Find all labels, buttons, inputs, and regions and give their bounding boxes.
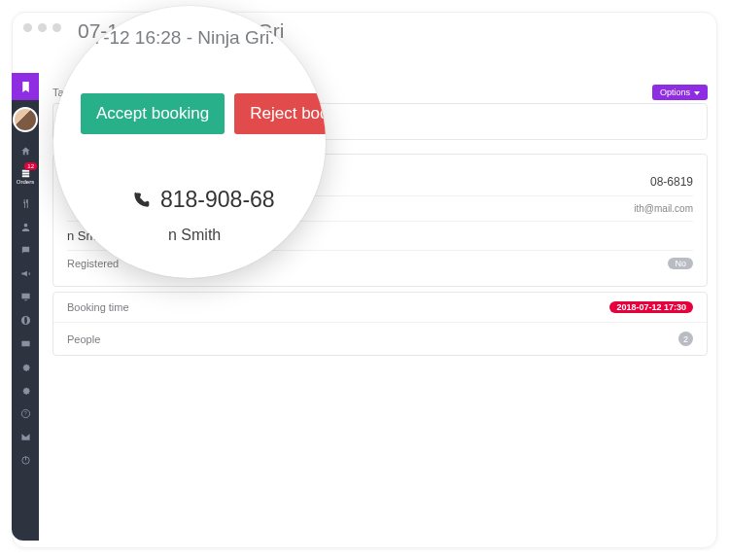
avatar[interactable]: [13, 107, 38, 132]
brand-logo[interactable]: [12, 73, 39, 100]
magnifier-lens: 07-12 16:28 - Ninja Gri. Accept booking …: [53, 6, 326, 278]
gear-icon: [20, 362, 31, 372]
sidebar-item-announce[interactable]: [12, 262, 39, 285]
window-traffic-lights: [23, 23, 61, 32]
sidebar: 12 Orders ?: [12, 73, 39, 541]
orders-label: Orders: [17, 179, 34, 186]
help-icon: ?: [20, 408, 31, 419]
megaphone-icon: [20, 268, 31, 279]
booking-time-badge: 2018-07-12 17:30: [609, 301, 693, 313]
phone-icon: [131, 191, 151, 210]
accept-booking-button[interactable]: Accept booking: [81, 93, 225, 134]
sidebar-item-display[interactable]: [12, 285, 39, 308]
cutlery-icon: [20, 198, 31, 209]
sidebar-item-power[interactable]: [12, 448, 39, 472]
booking-time-label: Booking time: [67, 301, 129, 313]
sidebar-item-settings2[interactable]: [12, 378, 39, 402]
lens-phone: 818-908-68: [131, 187, 304, 213]
bookmark-icon: [19, 81, 32, 93]
mail-icon: [20, 432, 31, 442]
sidebar-item-orders[interactable]: 12 Orders: [12, 162, 39, 192]
svg-text:?: ?: [24, 410, 27, 416]
users-icon: [20, 222, 31, 232]
sidebar-item-chat[interactable]: [12, 238, 39, 262]
booking-panel: Booking time 2018-07-12 17:30 People 2: [52, 292, 708, 356]
lens-phone-value: 818-908-68: [160, 187, 275, 213]
gear-icon: [20, 385, 31, 396]
orders-badge: 12: [24, 162, 37, 170]
people-badge: 2: [678, 332, 693, 346]
sidebar-item-mail[interactable]: [12, 425, 39, 448]
sidebar-item-settings[interactable]: [12, 355, 39, 378]
options-button[interactable]: Options: [652, 85, 708, 100]
registered-label: Registered: [67, 258, 119, 269]
registered-badge: No: [668, 258, 693, 269]
sidebar-item-restaurant[interactable]: [12, 192, 39, 215]
chat-icon: [20, 245, 31, 256]
phone-value: 08-6819: [650, 175, 693, 189]
sidebar-item-home[interactable]: [12, 139, 39, 162]
home-icon: [20, 146, 31, 157]
monitor-icon: [20, 292, 31, 302]
payment-icon: [20, 338, 31, 349]
power-icon: [20, 455, 31, 466]
email-value: ith@mail.com: [634, 203, 693, 214]
reject-booking-button[interactable]: Reject booking: [234, 93, 326, 134]
sidebar-item-help[interactable]: ?: [12, 402, 39, 425]
people-label: People: [67, 333, 100, 345]
sidebar-item-payment[interactable]: [12, 332, 39, 355]
sidebar-item-users[interactable]: [12, 215, 39, 238]
globe-icon: [20, 315, 31, 326]
sidebar-item-globe[interactable]: [12, 308, 39, 332]
